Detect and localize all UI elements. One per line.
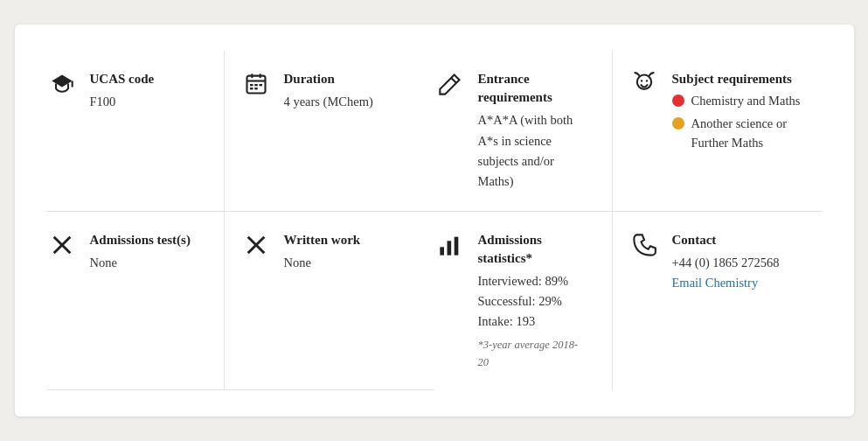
content-left-3: Admissions statistics*Interviewed: 89%Su… bbox=[478, 231, 586, 371]
label-right-0: Duration bbox=[284, 70, 373, 88]
cell-left-2: Admissions test(s)None bbox=[46, 212, 225, 389]
svg-rect-21 bbox=[454, 237, 458, 256]
footnote: *3-year average 2018-20 bbox=[478, 336, 586, 371]
svg-point-14 bbox=[645, 80, 647, 82]
cell-left-0: UCAS codeF100 bbox=[46, 51, 225, 211]
face-icon bbox=[628, 70, 660, 96]
cell-right-2: Written workNone bbox=[240, 212, 434, 389]
graduation-icon bbox=[46, 70, 78, 96]
label-left-1: Entrance requirements bbox=[478, 70, 586, 107]
dot-red bbox=[672, 94, 684, 107]
svg-marker-0 bbox=[52, 75, 72, 88]
value-left-2: None bbox=[90, 253, 191, 273]
cell-right-0: Duration4 years (MChem) bbox=[240, 51, 434, 211]
stat-line: Interviewed: 89% bbox=[478, 271, 586, 291]
content-left-0: UCAS codeF100 bbox=[90, 70, 155, 112]
cell-left-1: Entrance requirementsA*A*A (with both A*… bbox=[434, 51, 613, 211]
row-2: Admissions test(s)None Written workNone bbox=[46, 212, 434, 390]
value-right-2: None bbox=[284, 253, 361, 273]
cell-right-3: Contact+44 (0) 1865 272568Email Chemistr… bbox=[628, 212, 823, 390]
label-left-0: UCAS code bbox=[90, 70, 155, 88]
subject-text-1: Another science or Further Maths bbox=[691, 115, 807, 153]
value-left-0: F100 bbox=[90, 92, 155, 112]
value-left-3: Interviewed: 89%Successful: 29%Intake: 1… bbox=[478, 271, 586, 371]
phone-icon bbox=[628, 231, 660, 257]
cell-left-3: Admissions statistics*Interviewed: 89%Su… bbox=[434, 212, 613, 390]
svg-rect-6 bbox=[250, 84, 253, 86]
svg-rect-10 bbox=[254, 88, 258, 89]
svg-point-13 bbox=[640, 80, 642, 82]
info-grid: UCAS codeF100 Duration4 years (MChem) En… bbox=[46, 51, 823, 389]
dot-orange bbox=[672, 117, 684, 130]
value-left-1: A*A*A (with both A*s in science subjects… bbox=[478, 110, 586, 192]
content-left-1: Entrance requirementsA*A*A (with both A*… bbox=[478, 70, 586, 192]
value-right-3: +44 (0) 1865 272568Email Chemistry bbox=[672, 253, 780, 293]
svg-rect-7 bbox=[254, 84, 258, 86]
stat-line: Intake: 193 bbox=[478, 312, 586, 332]
cell-right-1: Subject requirementsChemistry and MathsA… bbox=[628, 51, 823, 211]
content-right-3: Contact+44 (0) 1865 272568Email Chemistr… bbox=[672, 231, 780, 293]
subject-item-1: Another science or Further Maths bbox=[672, 115, 807, 153]
svg-rect-19 bbox=[440, 247, 444, 255]
svg-rect-9 bbox=[250, 88, 253, 89]
barchart-icon bbox=[434, 231, 466, 257]
content-right-2: Written workNone bbox=[284, 231, 361, 273]
calendar-icon bbox=[240, 70, 272, 96]
pencil-icon bbox=[434, 70, 466, 96]
subject-text-0: Chemistry and Maths bbox=[691, 92, 801, 111]
info-card: UCAS codeF100 Duration4 years (MChem) En… bbox=[15, 24, 854, 416]
svg-rect-8 bbox=[259, 84, 262, 86]
row-3: Admissions statistics*Interviewed: 89%Su… bbox=[434, 212, 823, 390]
label-right-1: Subject requirements bbox=[672, 70, 807, 88]
svg-rect-20 bbox=[447, 241, 451, 255]
label-left-2: Admissions test(s) bbox=[90, 231, 191, 249]
row-0: UCAS codeF100 Duration4 years (MChem) bbox=[46, 51, 434, 212]
content-left-2: Admissions test(s)None bbox=[90, 231, 191, 273]
email-link[interactable]: Email Chemistry bbox=[672, 276, 759, 290]
content-right-0: Duration4 years (MChem) bbox=[284, 70, 373, 112]
cross-icon bbox=[46, 231, 78, 257]
label-right-3: Contact bbox=[672, 231, 780, 249]
label-left-3: Admissions statistics* bbox=[478, 231, 586, 268]
phone-number: +44 (0) 1865 272568 bbox=[672, 253, 780, 273]
cross-icon bbox=[240, 231, 272, 257]
label-right-2: Written work bbox=[284, 231, 361, 249]
svg-line-11 bbox=[451, 78, 456, 83]
content-right-1: Subject requirementsChemistry and MathsA… bbox=[672, 70, 807, 156]
subject-item-0: Chemistry and Maths bbox=[672, 92, 807, 111]
row-1: Entrance requirementsA*A*A (with both A*… bbox=[434, 51, 823, 212]
value-right-0: 4 years (MChem) bbox=[284, 92, 373, 112]
stat-line: Successful: 29% bbox=[478, 291, 586, 312]
